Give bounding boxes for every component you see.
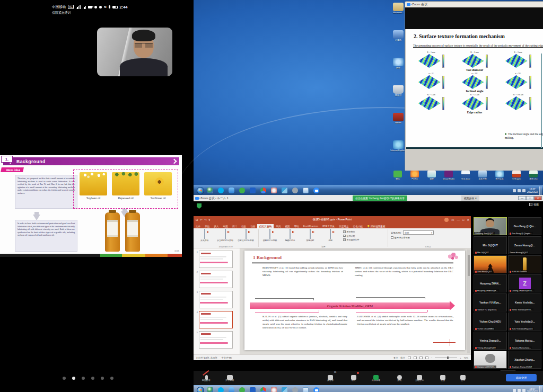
toolbar-button[interactable]: 聊天 <box>342 372 365 381</box>
toolbar-button[interactable]: 19 参会者 <box>319 372 342 381</box>
desktop-icon[interactable]: 屏幕录制 <box>476 171 489 180</box>
taskbar-app-icon[interactable] <box>218 387 224 392</box>
minimize-button[interactable]: — <box>518 196 526 200</box>
ribbon-tab[interactable]: 视图 <box>283 224 292 228</box>
participant-tile[interactable]: KUROKI Takeshi <box>508 255 541 273</box>
zoom-out-icon[interactable]: − <box>431 357 432 359</box>
ribbon-button[interactable]: 从头开始 <box>195 229 214 242</box>
notes-button[interactable]: 备注 <box>393 357 398 359</box>
presenter-view-checkbox[interactable]: 使用演示者视图 <box>391 236 465 239</box>
desktop-icon[interactable]: 剪映 <box>425 171 439 180</box>
taskbar-app-icon[interactable] <box>239 387 245 392</box>
ribbon-tab[interactable]: 文件 <box>194 224 203 228</box>
tray-icon[interactable] <box>522 389 526 392</box>
taskbar-app-icon[interactable] <box>313 387 319 392</box>
taskbar-app-icon[interactable] <box>260 387 266 392</box>
vertical-scrollbar[interactable] <box>467 250 470 353</box>
desktop-icon[interactable]: Firefox <box>408 171 422 180</box>
ribbon-tab[interactable]: 绘图 <box>221 224 230 228</box>
ribbon-tab[interactable]: 切换 <box>239 224 248 228</box>
slide-thumbnail[interactable]: 1 <box>195 251 239 268</box>
carousel-dot[interactable] <box>72 377 75 380</box>
slideshow-view-icon[interactable] <box>425 357 428 359</box>
carousel-dot[interactable] <box>82 377 85 380</box>
participant-tile[interactable]: Yankun YU (Kyu... Yankun YU (Kyutech) <box>474 293 507 311</box>
desktop-icon[interactable]: Visual Studio <box>442 171 456 180</box>
taskbar-app-icon[interactable] <box>250 387 256 392</box>
taskbar-app-icon[interactable] <box>292 387 298 392</box>
desktop-icon[interactable]: 数据.xlsx <box>527 171 540 180</box>
maximize-button[interactable]: □ <box>462 218 464 221</box>
toolbar-button[interactable]: 解除静音 <box>195 372 218 381</box>
ribbon-tab[interactable]: 特色功能 <box>351 224 365 228</box>
start-button[interactable] <box>197 387 204 392</box>
normal-view-icon[interactable] <box>408 357 411 359</box>
participant-tile[interactable]: Min Ji@QUT Min Ji@QUT <box>474 236 507 254</box>
ribbon-button[interactable]: 自定义幻灯片放映 <box>236 229 256 242</box>
taskbar-app-icon[interactable] <box>239 188 245 193</box>
monitor-select[interactable]: 自动▾ <box>403 230 434 235</box>
close-button[interactable]: ✕ <box>467 218 469 221</box>
taskbar-app-icon[interactable] <box>260 188 266 193</box>
ribbon-tab[interactable]: 插入 <box>212 224 221 228</box>
toolbar-button[interactable]: 应用 <box>451 372 475 381</box>
maximize-button[interactable]: □ <box>526 196 534 200</box>
participant-tile[interactable]: Z Dalong ZHANG@KYU... <box>508 274 541 292</box>
phone-video-feed[interactable] <box>97 28 172 76</box>
taskbar-app-icon[interactable] <box>218 188 224 193</box>
ribbon-tab[interactable]: PDF工具集 <box>320 224 337 228</box>
minimize-button[interactable]: — <box>457 218 460 221</box>
desktop-icon[interactable]: IE浏览器 <box>493 171 506 180</box>
participant-tile[interactable]: Zenan Huang@... Zenan Huang@QUT <box>508 236 541 254</box>
desktop-icon[interactable]: 微信 <box>391 171 405 180</box>
carousel-dots[interactable] <box>63 377 113 380</box>
ribbon-checkbox[interactable]: 播放旁白 <box>343 230 360 233</box>
tray-icon[interactable] <box>522 189 526 192</box>
tell-me-search[interactable]: 💡 操作说明搜索 <box>365 224 388 228</box>
toolbar-button[interactable]: 分组讨论 <box>408 372 431 381</box>
ribbon-tab[interactable]: 审阅 <box>274 224 283 228</box>
taskbar-app-icon[interactable] <box>229 188 234 193</box>
ribbon-tab[interactable]: 帮助 <box>292 224 301 228</box>
participant-tile[interactable]: Kento Yoshida... Kento Yoshida@KYU... <box>508 293 541 311</box>
taskbar-app-icon[interactable] <box>282 188 287 193</box>
sorter-view-icon[interactable] <box>414 357 417 359</box>
participant-tile[interactable]: Huapeng ZHAN... Huapeng ZHANG@K... <box>474 274 507 292</box>
tray-icon[interactable] <box>518 389 521 392</box>
view-options-dropdown[interactable]: 视图选项▾ <box>461 195 479 201</box>
taskbar-app-icon[interactable] <box>250 188 256 193</box>
taskbar-app-icon[interactable] <box>303 188 309 193</box>
participant-tile[interactable]: Yichen Chu@NEU Yichen Chu@NEU <box>474 313 507 331</box>
exit-fullscreen-button[interactable]: 退出全屏 <box>506 374 537 381</box>
ribbon-button[interactable]: 录制 <box>321 229 340 242</box>
toolbar-button[interactable]: 开启视频 <box>218 372 241 381</box>
desktop-icon[interactable]: 汇报.pptx <box>510 171 523 180</box>
slide-thumbnail[interactable]: 3 <box>195 291 239 308</box>
tray-icon[interactable] <box>513 189 516 192</box>
view-button[interactable]: 视图 <box>529 203 539 206</box>
carousel-dot[interactable] <box>110 377 113 380</box>
ribbon-button[interactable]: 排练计时 <box>301 229 320 242</box>
taskbar-app-icon[interactable] <box>229 387 234 392</box>
ribbon-options-icon[interactable]: ▭ <box>451 218 454 221</box>
ribbon-tab[interactable]: FoxitPhantom <box>301 224 320 228</box>
ribbon-checkbox[interactable]: 显示媒体控件 <box>343 238 360 241</box>
ribbon-tab[interactable]: 设计 <box>230 224 239 228</box>
slide-thumbnail[interactable]: 5 <box>195 331 239 349</box>
participant-tile[interactable]: Takuma Matsu... Takuma Matsumoto... <box>508 332 541 350</box>
tray-icon[interactable] <box>513 389 516 392</box>
zoom-in-icon[interactable]: + <box>460 357 461 359</box>
ribbon-button[interactable]: 从当前幻灯片开始 <box>215 229 235 242</box>
taskbar-app-icon[interactable] <box>271 188 277 193</box>
carousel-dot[interactable] <box>101 377 104 380</box>
ribbon-tab[interactable]: 幻灯片放映 <box>257 224 274 228</box>
account-avatar[interactable] <box>444 218 449 222</box>
ribbon-tab[interactable]: 百度网盘 <box>337 224 351 228</box>
taskbar-app-icon[interactable] <box>313 188 319 193</box>
taskbar-app-icon[interactable] <box>271 387 277 392</box>
participant-tile[interactable]: Yiming Zhang@... Yiming Zhang@QUT <box>474 332 507 350</box>
ribbon-tab[interactable]: 开始 <box>203 224 212 228</box>
participant-tile[interactable]: Yuto Yoshida@... Yuto Yoshida@Kyutech <box>508 313 541 331</box>
slide-thumbnail[interactable]: 4 <box>195 311 239 328</box>
taskbar-app-icon[interactable] <box>303 387 309 392</box>
